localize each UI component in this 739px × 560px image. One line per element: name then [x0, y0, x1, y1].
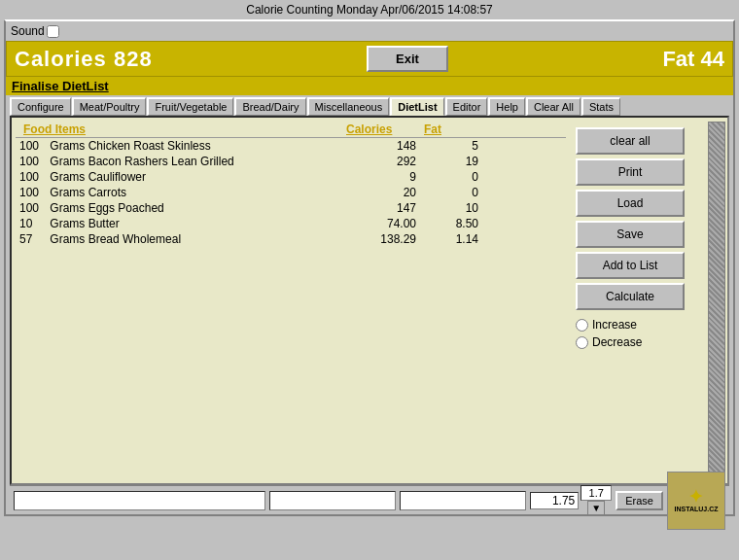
increase-radio-item: Increase — [576, 318, 685, 332]
tab-configure[interactable]: Configure — [10, 97, 71, 116]
side-buttons: clear all Print Load Save Add to List Ca… — [572, 122, 688, 479]
food-table: Food Items Calories Fat 100 Grams Chicke… — [12, 118, 570, 483]
fat-cell: 10 — [424, 201, 482, 215]
col-food-items: Food Items — [16, 122, 346, 136]
watermark-text: INSTALUJ.CZ — [675, 506, 719, 512]
fat-cell: 0 — [424, 186, 482, 199]
tab-meat-poultry[interactable]: Meat/Poultry — [72, 97, 147, 116]
calculate-button[interactable]: Calculate — [576, 283, 685, 310]
food-name-cell: 100 Grams Chicken Roast Skinless — [16, 139, 346, 153]
tab-dietlist[interactable]: DietList — [390, 97, 443, 116]
bottom-input-1[interactable] — [14, 491, 265, 510]
decrease-radio[interactable] — [576, 336, 588, 349]
clear-all-button[interactable]: clear all — [576, 127, 685, 155]
scroll-bar[interactable] — [708, 122, 725, 479]
sound-row: Sound — [6, 21, 733, 41]
decrease-radio-item: Decrease — [576, 335, 685, 349]
content-area: Food Items Calories Fat 100 Grams Chicke… — [10, 116, 729, 485]
food-name-cell: 10 Grams Butter — [16, 217, 346, 230]
title-text: Calorie Counting Monday Apr/06/2015 14:0… — [246, 3, 493, 17]
table-row[interactable]: 100 Grams Carrots 20 0 — [16, 185, 566, 200]
calories-cell: 9 — [346, 170, 424, 184]
col-calories: Calories — [346, 122, 424, 136]
table-row[interactable]: 57 Grams Bread Wholemeal 138.29 1.14 — [16, 231, 566, 247]
calories-cell: 147 — [346, 201, 424, 215]
calories-cell: 74.00 — [346, 217, 424, 230]
bottom-input-2[interactable] — [269, 491, 396, 510]
calories-label: Calories 828 — [15, 47, 153, 72]
decrease-label: Decrease — [592, 335, 642, 349]
sound-label: Sound — [11, 24, 45, 38]
exit-button[interactable]: Exit — [367, 46, 448, 72]
tabs-row: Configure Meat/Poultry Fruit/Vegetable B… — [6, 95, 733, 116]
table-header: Food Items Calories Fat — [16, 122, 566, 138]
add-to-list-button[interactable]: Add to List — [576, 252, 685, 279]
main-window: Sound Calories 828 Exit Fat 44 Finalise … — [4, 19, 735, 516]
table-row[interactable]: 10 Grams Butter 74.00 8.50 — [16, 216, 566, 231]
watermark: ✦ INSTALUJ.CZ — [667, 472, 725, 530]
tab-bread-dairy[interactable]: Bread/Dairy — [234, 97, 305, 116]
tab-stats[interactable]: Stats — [581, 97, 620, 116]
tab-editor[interactable]: Editor — [445, 97, 488, 116]
tab-clear-all[interactable]: Clear All — [526, 97, 581, 116]
table-row[interactable]: 100 Grams Chicken Roast Skinless 148 5 — [16, 138, 566, 154]
calories-cell: 20 — [346, 186, 424, 199]
version-dropdown: 1.75 1.7 ▼ — [530, 485, 612, 515]
food-name-cell: 57 Grams Bread Wholemeal — [16, 232, 346, 246]
print-button[interactable]: Print — [576, 158, 685, 186]
table-body: 100 Grams Chicken Roast Skinless 148 5 1… — [16, 138, 566, 247]
dropdown-arrow-icon[interactable]: ▼ — [587, 501, 605, 515]
radio-group: Increase Decrease — [576, 318, 685, 349]
food-name-cell: 100 Grams Bacon Rashers Lean Grilled — [16, 155, 346, 168]
calories-cell: 148 — [346, 139, 424, 153]
erase-button[interactable]: Erase — [616, 491, 663, 510]
tab-help[interactable]: Help — [488, 97, 525, 116]
version-value: 1.7 — [581, 485, 612, 501]
calories-cell: 138.29 — [346, 232, 424, 246]
fat-label: Fat 44 — [662, 47, 724, 72]
table-row[interactable]: 100 Grams Eggs Poached 147 10 — [16, 200, 566, 216]
food-name-cell: 100 Grams Eggs Poached — [16, 201, 346, 215]
finalise-label: Finalise DietList — [12, 79, 109, 93]
increase-label: Increase — [592, 318, 637, 332]
title-bar: Calorie Counting Monday Apr/06/2015 14:0… — [0, 0, 739, 19]
calories-cell: 292 — [346, 155, 424, 168]
bottom-row: 1.75 1.7 ▼ Erase ✦ INSTALUJ.CZ — [10, 485, 729, 514]
food-name-cell: 100 Grams Carrots — [16, 186, 346, 199]
increase-radio[interactable] — [576, 319, 588, 332]
load-button[interactable]: Load — [576, 190, 685, 217]
food-name-cell: 100 Grams Cauliflower — [16, 170, 346, 184]
fat-cell: 8.50 — [424, 217, 482, 230]
side-panel: clear all Print Load Save Add to List Ca… — [570, 118, 706, 483]
table-row[interactable]: 100 Grams Bacon Rashers Lean Grilled 292… — [16, 154, 566, 169]
fat-cell: 0 — [424, 170, 482, 184]
fat-cell: 5 — [424, 139, 482, 153]
save-button[interactable]: Save — [576, 221, 685, 248]
calories-bar: Calories 828 Exit Fat 44 — [6, 41, 733, 77]
col-fat: Fat — [424, 122, 482, 136]
tab-fruit-vegetable[interactable]: Fruit/Vegetable — [147, 97, 233, 116]
sound-checkbox[interactable] — [47, 25, 59, 38]
value-display: 1.75 — [530, 492, 579, 509]
tab-miscellaneous[interactable]: Miscellaneous — [307, 97, 390, 116]
finalise-bar: Finalise DietList — [6, 77, 733, 95]
bottom-input-3[interactable] — [400, 491, 526, 510]
fat-cell: 19 — [424, 155, 482, 168]
fat-cell: 1.14 — [424, 232, 482, 246]
table-row[interactable]: 100 Grams Cauliflower 9 0 — [16, 169, 566, 185]
